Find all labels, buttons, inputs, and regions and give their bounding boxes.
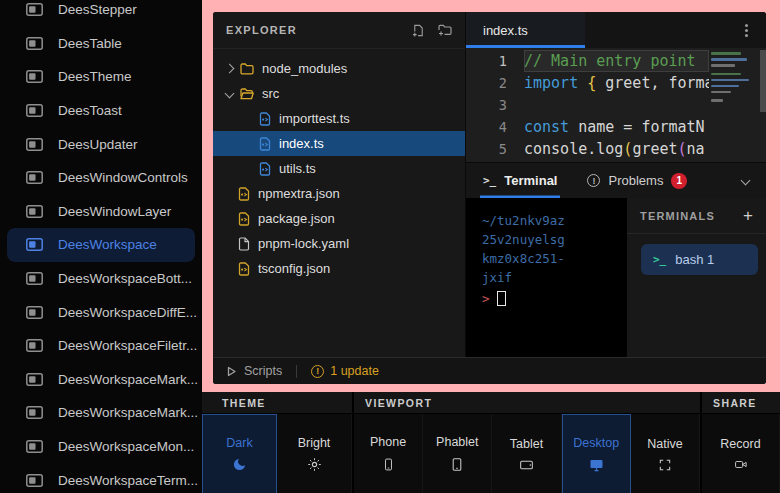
sidebar-item-deestheme[interactable]: DeesTheme [7, 60, 195, 94]
sidebar-item-deeswindowcontrols[interactable]: DeesWindowControls [7, 161, 195, 195]
sidebar-item-deesworkspacefiletr[interactable]: DeesWorkspaceFiletr... [7, 329, 195, 363]
dark-button[interactable]: Dark [202, 414, 277, 493]
terminals-title: TERMINALS [640, 210, 715, 222]
terminal-session-item[interactable]: >_bash 1 [641, 244, 758, 275]
chevron-down-icon [225, 89, 235, 99]
terminal-cursor [497, 291, 506, 306]
terminal-session-label: bash 1 [675, 252, 714, 267]
component-icon [26, 440, 43, 453]
sidebar-item-deesworkspacemon[interactable]: DeesWorkspaceMon... [7, 430, 195, 464]
code-editor[interactable]: 1// Main entry point2import { greet, for… [466, 48, 766, 162]
controls-group-share: Record [700, 414, 780, 493]
editor-scrollbar[interactable] [760, 50, 766, 112]
tree-item-label: package.json [258, 211, 335, 226]
line-number: 2 [466, 72, 524, 94]
code-token: const [524, 118, 569, 136]
chevron-down-icon[interactable] [741, 176, 751, 186]
code-token: name = formatN [569, 118, 704, 136]
tree-item-tsconfig-json[interactable]: tsconfig.json [213, 256, 465, 281]
sidebar-item-deeswindowlayer[interactable]: DeesWindowLayer [7, 195, 195, 229]
workspace-body: EXPLORER node_modulessrcimporttest.tsind… [213, 12, 766, 357]
minimap-line [711, 64, 735, 67]
controls-section-title-theme: THEME [202, 392, 352, 413]
sidebar-item-deestable[interactable]: DeesTable [7, 27, 195, 61]
tablet-button[interactable]: Tablet [492, 414, 561, 493]
tree-item-importtest-ts[interactable]: importtest.ts [213, 106, 465, 131]
sidebar-item-deestoast[interactable]: DeesToast [7, 94, 195, 128]
terminal-line: ~/tu2nkv9az [482, 211, 626, 230]
sidebar-item-deesupdater[interactable]: DeesUpdater [7, 127, 195, 161]
add-terminal-button[interactable]: + [743, 207, 753, 224]
sidebar-item-deesworkspacebott[interactable]: DeesWorkspaceBott... [7, 262, 195, 296]
component-icon [26, 104, 43, 117]
button-label: Bright [298, 436, 331, 450]
record-button[interactable]: Record [702, 414, 780, 493]
tree-item-package-json[interactable]: package.json [213, 206, 465, 231]
tab-index-ts[interactable]: index.ts [466, 12, 585, 48]
new-file-icon[interactable] [412, 24, 425, 37]
code-text: const name = formatN [524, 116, 709, 138]
code-text: import { greet, formatN [524, 72, 709, 94]
sidebar-item-deesworkspacediffe[interactable]: DeesWorkspaceDiffE... [7, 295, 195, 329]
sidebar-item-deesworkspacemark[interactable]: DeesWorkspaceMark... [7, 396, 195, 430]
button-label: Desktop [573, 436, 619, 450]
component-sidebar: DeesStepperDeesTableDeesThemeDeesToastDe… [0, 0, 202, 493]
tree-item-node-modules[interactable]: node_modules [213, 56, 465, 81]
tree-item-npmextra-json[interactable]: npmextra.json [213, 181, 465, 206]
component-list: DeesStepperDeesTableDeesThemeDeesToastDe… [0, 0, 202, 493]
explorer-title: EXPLORER [226, 24, 297, 36]
sidebar-item-deesworkspaceterm[interactable]: DeesWorkspaceTerm... [7, 463, 195, 493]
demo-stage: EXPLORER node_modulessrcimporttest.tsind… [202, 0, 780, 392]
tree-item-index-ts[interactable]: index.ts [213, 131, 465, 156]
editor-menu-icon[interactable] [745, 29, 748, 32]
tree-item-utils-ts[interactable]: utils.ts [213, 156, 465, 181]
phone-icon [382, 456, 395, 473]
minimap-line [711, 79, 749, 82]
chevron-right-icon [225, 64, 235, 74]
update-warning-icon: ! [311, 365, 324, 378]
tree-item-pnpm-lock-yaml[interactable]: pnpm-lock.yaml [213, 231, 465, 256]
sidebar-item-deesworkspacemark[interactable]: DeesWorkspaceMark... [7, 363, 195, 397]
code-text [524, 94, 709, 116]
component-icon [26, 205, 43, 218]
scripts-button[interactable]: Scripts [226, 364, 282, 378]
code-token: import [524, 74, 578, 92]
tree-item-label: src [262, 86, 279, 101]
editor-column: index.ts 1// Main entry point2import { g… [466, 12, 766, 357]
sun-icon [307, 457, 322, 472]
tab-label: index.ts [483, 23, 528, 38]
line-number: 4 [466, 116, 524, 138]
native-icon [658, 458, 672, 472]
terminal-line: jxif [482, 268, 626, 287]
panel-body: ~/tu2nkv9az25v2nuyelsgkmz0x8c251-jxif> T… [466, 198, 766, 357]
ts-file-icon [259, 112, 271, 126]
code-text: console.log(greet(na [524, 138, 709, 160]
tree-item-label: pnpm-lock.yaml [258, 236, 349, 251]
explorer-panel: EXPLORER node_modulessrcimporttest.tsind… [213, 12, 466, 357]
minimap[interactable] [711, 52, 757, 105]
bright-button[interactable]: Bright [277, 414, 352, 493]
terminal-output[interactable]: ~/tu2nkv9az25v2nuyelsgkmz0x8c251-jxif> [466, 198, 626, 357]
tab-problems[interactable]: ! Problems 1 [584, 163, 690, 198]
update-button[interactable]: ! 1 update [311, 364, 379, 378]
phablet-button[interactable]: Phablet [423, 414, 492, 493]
component-icon [26, 171, 43, 184]
native-button[interactable]: Native [631, 414, 700, 493]
new-folder-icon[interactable] [438, 24, 452, 37]
terminal-icon: >_ [483, 174, 496, 187]
code-token: // Main entry point [524, 52, 696, 70]
sidebar-item-deesstepper[interactable]: DeesStepper [7, 0, 195, 27]
button-label: Dark [226, 436, 252, 450]
sidebar-item-label: DeesWorkspaceTerm... [58, 473, 198, 488]
tree-item-src[interactable]: src [213, 81, 465, 106]
tab-terminal[interactable]: >_ Terminal [480, 163, 560, 198]
code-line: 5console.log(greet(na [466, 138, 766, 160]
desktop-button[interactable]: Desktop [562, 414, 631, 493]
code-token: ( [678, 140, 687, 158]
folder-icon [240, 63, 254, 75]
sidebar-item-label: DeesUpdater [58, 137, 138, 152]
workspace-statusbar: Scripts ! 1 update [213, 357, 766, 384]
phone-button[interactable]: Phone [354, 414, 423, 493]
moon-icon [232, 457, 247, 472]
sidebar-item-deesworkspace[interactable]: DeesWorkspace [7, 228, 195, 262]
